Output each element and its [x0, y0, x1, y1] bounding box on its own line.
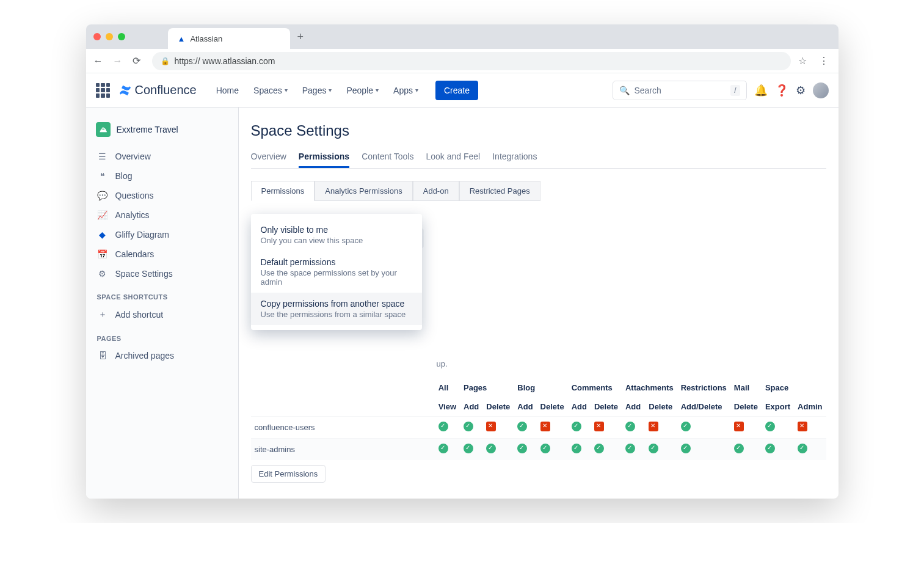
sidebar-item-analytics[interactable]: 📈Analytics [91, 205, 233, 225]
x-icon [734, 422, 744, 431]
overview-icon: ☰ [97, 152, 108, 161]
table-subheader: View AddDelete AddDelete AddDelete AddDe… [251, 397, 826, 417]
close-window-icon[interactable] [93, 33, 101, 40]
chevron-down-icon: ▾ [329, 87, 332, 93]
check-icon [517, 422, 527, 431]
x-icon [540, 422, 550, 431]
archive-icon: 🗄 [97, 351, 108, 360]
traffic-lights [93, 33, 125, 40]
nav-home[interactable]: Home [211, 82, 244, 99]
check-icon [681, 444, 691, 453]
subtab-analytics[interactable]: Analytics Permissions [315, 181, 412, 201]
sidebar-item-calendars[interactable]: 📅Calendars [91, 244, 233, 264]
browser-tab[interactable]: ▲ Atlassian [168, 28, 290, 49]
tab-title: Atlassian [190, 34, 222, 43]
x-icon [649, 422, 658, 431]
atlassian-icon: ▲ [178, 34, 186, 43]
add-shortcut[interactable]: ＋Add shortcut [91, 304, 233, 325]
chevron-down-icon: ▾ [285, 87, 288, 93]
subtab-restricted[interactable]: Restricted Pages [459, 181, 540, 201]
check-icon [572, 444, 581, 453]
nav-pages[interactable]: Pages▾ [297, 82, 337, 99]
tab-permissions[interactable]: Permissions [299, 147, 349, 168]
new-tab-button[interactable]: + [297, 31, 304, 43]
subtab-addon[interactable]: Add-on [413, 181, 459, 201]
global-nav: Home Spaces▾ Pages▾ People▾ Apps▾ [211, 82, 423, 99]
back-icon[interactable]: ← [93, 56, 106, 67]
blog-icon: ❝ [97, 171, 108, 181]
chevron-down-icon: ▾ [376, 87, 379, 93]
check-icon [438, 444, 448, 453]
settings-icon[interactable]: ⚙ [796, 84, 806, 97]
shortcuts-header: SPACE SHORTCUTS [91, 284, 233, 304]
analytics-icon: 📈 [97, 210, 108, 220]
forward-icon[interactable]: → [113, 56, 125, 67]
product-name: Confluence [135, 83, 197, 97]
notifications-icon[interactable]: 🔔 [754, 84, 768, 97]
check-icon [572, 422, 581, 431]
sidebar-item-questions[interactable]: 💬Questions [91, 186, 233, 205]
check-icon [765, 422, 775, 431]
groups-permissions-table: All Pages Blog Comments Attachments Rest… [251, 378, 826, 460]
group-help-text: up. [251, 359, 826, 368]
nav-apps[interactable]: Apps▾ [388, 82, 423, 99]
browser-window: ▲ Atlassian + ← → ⟳ 🔒 https:// www.atlas… [86, 24, 839, 499]
avatar[interactable] [813, 82, 829, 98]
help-icon[interactable]: ❓ [775, 84, 788, 97]
check-icon [486, 444, 496, 453]
permissions-subtabs: Permissions Analytics Permissions Add-on… [251, 181, 826, 201]
url-text: https:// www.atlassian.com [175, 56, 275, 66]
dropdown-option-only-me[interactable]: Only visible to me Only you can view thi… [251, 219, 422, 251]
plus-icon: ＋ [97, 309, 108, 320]
sidebar-item-blog[interactable]: ❝Blog [91, 166, 233, 186]
confluence-icon [118, 83, 133, 98]
menu-icon[interactable]: ⋮ [819, 55, 831, 67]
dropdown-option-default[interactable]: Default permissions Use the space permis… [251, 251, 422, 293]
space-logo-icon: ⛰ [96, 122, 111, 137]
sidebar-item-space-settings[interactable]: ⚙Space Settings [91, 264, 233, 284]
tab-content-tools[interactable]: Content Tools [362, 147, 413, 168]
subtab-permissions[interactable]: Permissions [251, 181, 315, 201]
sidebar-item-overview[interactable]: ☰Overview [91, 147, 233, 166]
calendar-icon: 📅 [97, 249, 108, 259]
app-header: Confluence Home Spaces▾ Pages▾ People▾ A… [86, 73, 839, 108]
check-icon [625, 444, 635, 453]
space-name: Exxtreme Travel [117, 125, 178, 134]
tab-look-feel[interactable]: Look and Feel [426, 147, 480, 168]
diagram-icon: ◆ [97, 230, 108, 240]
check-icon [734, 444, 744, 453]
sidebar-item-gliffy[interactable]: ◆Gliffy Diagram [91, 225, 233, 244]
tab-overview[interactable]: Overview [251, 147, 286, 168]
table-row: confluence-users [251, 417, 826, 439]
nav-spaces[interactable]: Spaces▾ [249, 82, 293, 99]
dropdown-option-copy[interactable]: Copy permissions from another space Use … [251, 293, 422, 325]
app-switcher-icon[interactable] [96, 83, 111, 98]
space-header[interactable]: ⛰ Exxtreme Travel [91, 117, 233, 142]
check-icon [649, 444, 658, 453]
search-icon: 🔍 [619, 86, 630, 95]
edit-permissions-button[interactable]: Edit Permissions [251, 465, 326, 483]
questions-icon: 💬 [97, 191, 108, 200]
override-dropdown: Only visible to me Only you can view thi… [251, 214, 422, 330]
lock-icon: 🔒 [161, 57, 170, 65]
nav-people[interactable]: People▾ [341, 82, 384, 99]
pages-header: PAGES [91, 325, 233, 346]
gear-icon: ⚙ [97, 269, 108, 279]
minimize-window-icon[interactable] [106, 33, 113, 40]
sidebar-item-archived[interactable]: 🗄Archived pages [91, 346, 233, 365]
reload-icon[interactable]: ⟳ [133, 55, 145, 67]
star-icon[interactable]: ☆ [798, 55, 807, 67]
check-icon [765, 444, 775, 453]
table-row: site-admins [251, 439, 826, 461]
confluence-logo[interactable]: Confluence [118, 83, 197, 98]
create-button[interactable]: Create [435, 81, 478, 100]
check-icon [625, 422, 635, 431]
search-input[interactable]: 🔍 Search / [613, 81, 747, 100]
settings-tabs: Overview Permissions Content Tools Look … [251, 147, 826, 169]
check-icon [594, 444, 604, 453]
tab-integrations[interactable]: Integrations [492, 147, 537, 168]
address-bar[interactable]: 🔒 https:// www.atlassian.com [152, 52, 791, 70]
maximize-window-icon[interactable] [118, 33, 125, 40]
check-icon [464, 422, 473, 431]
check-icon [540, 444, 550, 453]
